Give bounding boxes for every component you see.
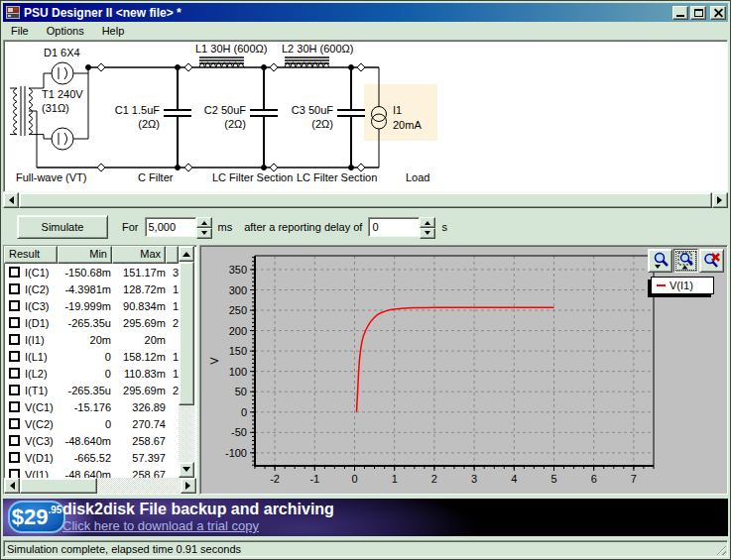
column-header-result[interactable]: Result	[4, 246, 58, 264]
result-checkbox[interactable]	[9, 401, 20, 412]
ad-download-link[interactable]: Click here to download a trial copy	[62, 518, 334, 533]
results-hscrollbar[interactable]	[4, 478, 196, 494]
result-extra: 3	[166, 267, 179, 279]
result-checkbox[interactable]	[9, 385, 20, 395]
label-c3-1[interactable]: C3 50uF	[292, 104, 333, 116]
schematic-canvas[interactable]: D1 6X4 T1 240V (31Ω) L1 30H (600Ω) L2 30…	[3, 40, 728, 192]
schematic-hscrollbar[interactable]	[3, 192, 728, 208]
table-row[interactable]: I(L2)0110.83m1	[4, 365, 179, 382]
zoom-out-icon	[652, 252, 670, 270]
arrow-up-icon	[425, 218, 430, 225]
label-c2-1[interactable]: C2 50uF	[204, 104, 246, 116]
table-row[interactable]: V(I1)-48.640m258.67	[4, 466, 179, 478]
delay-stepper[interactable]	[420, 217, 435, 237]
table-row[interactable]: V(C2)0270.74	[4, 415, 179, 432]
schematic-hscroll-thumb[interactable]	[19, 192, 712, 208]
app-window: PSU Designer II <new file> * File Option…	[0, 0, 731, 560]
delay-down-button[interactable]	[420, 228, 435, 239]
scroll-right-button[interactable]	[712, 192, 728, 208]
menu-help[interactable]: Help	[102, 25, 125, 37]
result-min: 0	[58, 368, 111, 380]
table-row[interactable]: I(L1)0158.12m1	[4, 348, 179, 365]
delay-input[interactable]	[368, 217, 420, 237]
close-button[interactable]	[710, 6, 726, 20]
duration-up-button[interactable]	[196, 217, 212, 228]
arrow-left-icon	[5, 196, 14, 204]
result-checkbox[interactable]	[9, 435, 20, 446]
price-badge: $29 .95	[8, 501, 65, 533]
result-name: I(I1)	[25, 334, 58, 346]
label-d1[interactable]: D1 6X4	[44, 47, 80, 58]
result-checkbox[interactable]	[9, 469, 20, 478]
result-checkbox[interactable]	[9, 317, 20, 328]
legend-color-dash	[657, 284, 666, 286]
results-hscroll-track[interactable]	[20, 478, 181, 494]
result-checkbox[interactable]	[9, 283, 20, 294]
results-hscroll-thumb[interactable]	[20, 478, 97, 494]
column-header-min[interactable]: Min	[58, 246, 112, 264]
result-min: -19.999m	[58, 300, 111, 312]
schematic-hscroll-track[interactable]	[19, 192, 712, 208]
table-row[interactable]: V(D1)-665.5257.397	[4, 449, 179, 466]
table-row[interactable]: V(C1)-15.176326.89	[4, 398, 179, 415]
result-checkbox[interactable]	[9, 452, 20, 463]
scroll-right-button[interactable]	[181, 478, 196, 494]
table-row[interactable]: I(C1)-150.68m151.17m3	[4, 264, 179, 280]
results-vscrollbar[interactable]	[179, 246, 194, 478]
arrow-up-icon	[201, 218, 207, 225]
title-bar[interactable]: PSU Designer II <new file> *	[3, 3, 728, 22]
results-rows: I(C1)-150.68m151.17m3I(C2)-4.3981m128.72…	[4, 264, 179, 478]
duration-down-button[interactable]	[196, 228, 212, 239]
menu-file[interactable]: File	[11, 25, 29, 37]
table-row[interactable]: I(C2)-4.3981m128.72m1	[4, 280, 179, 297]
result-checkbox[interactable]	[9, 418, 20, 429]
ad-banner[interactable]: $29 .95 disk2disk File backup and archiv…	[3, 499, 728, 536]
label-l1[interactable]: L1 30H (600Ω)	[195, 43, 267, 55]
x-tick-label: -1	[309, 473, 319, 485]
zoom-select-button[interactable]	[673, 249, 698, 273]
label-t1-2: (31Ω)	[42, 102, 69, 114]
y-tick-label: 50	[235, 386, 247, 397]
x-tick-label: -2	[270, 473, 280, 485]
scroll-left-button[interactable]	[4, 478, 20, 494]
label-c1-1[interactable]: C1 1.5uF	[115, 104, 161, 116]
scroll-down-button[interactable]	[179, 462, 194, 478]
scroll-up-button[interactable]	[179, 246, 194, 262]
column-header-max[interactable]: Max	[112, 246, 166, 264]
label-t1-1[interactable]: T1 240V	[42, 88, 83, 100]
delay-up-button[interactable]	[420, 217, 435, 228]
duration-input[interactable]	[145, 217, 196, 237]
simulate-button[interactable]: Simulate	[17, 215, 108, 239]
maximize-button[interactable]	[690, 6, 706, 20]
column-header-extra[interactable]	[166, 246, 179, 264]
result-checkbox[interactable]	[9, 267, 20, 278]
waveform-chart[interactable]: -2-101234567-100-50050100150200250300350…	[200, 246, 728, 494]
table-row[interactable]: V(C3)-48.640m258.67	[4, 432, 179, 449]
table-row[interactable]: I(D1)-265.35u295.69m2	[4, 314, 179, 331]
result-min: -665.52	[58, 452, 111, 464]
table-row[interactable]: I(C3)-19.999m90.834m1	[4, 297, 179, 314]
chart-panel[interactable]: -2-101234567-100-50050100150200250300350…	[199, 245, 728, 495]
menu-options[interactable]: Options	[47, 25, 84, 37]
zoom-out-button[interactable]	[648, 249, 672, 273]
result-checkbox[interactable]	[9, 368, 20, 379]
scroll-left-button[interactable]	[3, 192, 19, 208]
table-row[interactable]: I(T1)-265.35u295.69m2	[4, 382, 179, 398]
arrow-up-icon	[183, 248, 190, 257]
results-vscroll-track[interactable]	[179, 262, 194, 462]
duration-stepper[interactable]	[196, 217, 212, 237]
result-checkbox[interactable]	[9, 334, 20, 345]
minimize-button[interactable]	[672, 6, 688, 20]
label-i1-1[interactable]: I1	[393, 104, 402, 116]
result-checkbox[interactable]	[9, 351, 20, 362]
window-title: PSU Designer II <new file> *	[24, 6, 670, 20]
result-checkbox[interactable]	[9, 300, 20, 311]
result-max: 90.834m	[111, 300, 166, 312]
chart-legend[interactable]: V(I1)	[651, 277, 714, 294]
label-l2[interactable]: L2 30H (600Ω)	[282, 43, 353, 55]
results-vscroll-thumb[interactable]	[179, 262, 194, 405]
delay-unit-label: s	[441, 221, 447, 233]
table-row[interactable]: I(I1)20m20m	[4, 331, 179, 348]
result-name: I(L2)	[25, 368, 58, 380]
zoom-reset-button[interactable]	[699, 249, 724, 273]
